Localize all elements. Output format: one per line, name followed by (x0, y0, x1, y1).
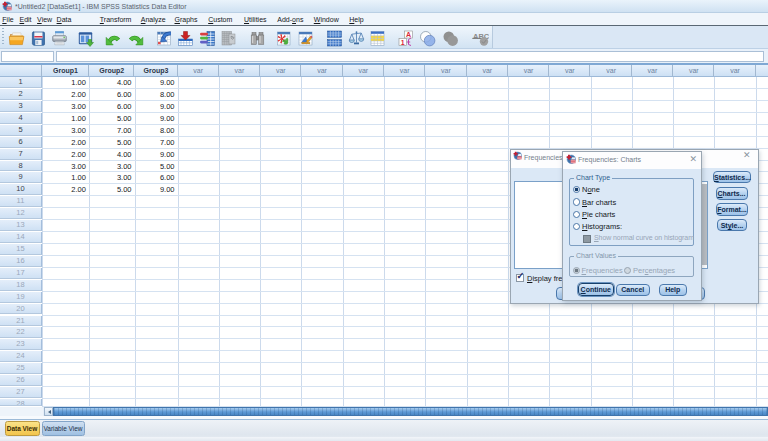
svg-text:1: 1 (400, 39, 404, 46)
svg-text:A: A (405, 31, 410, 38)
